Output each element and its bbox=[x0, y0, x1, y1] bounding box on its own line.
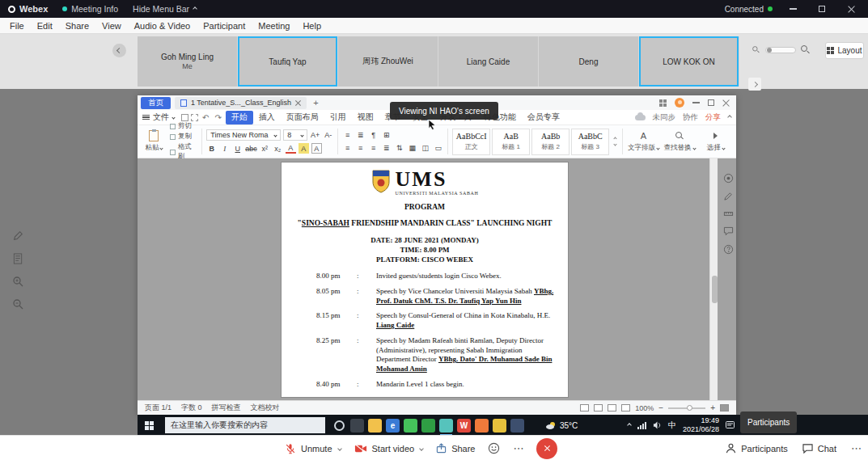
taskbar-app-green-app[interactable] bbox=[421, 419, 435, 433]
view-mode-icon[interactable] bbox=[608, 404, 616, 411]
paragraph-button[interactable]: ≡ bbox=[355, 143, 366, 154]
collaborate-label[interactable]: 协作 bbox=[683, 112, 698, 123]
filmstrip-collapse-button[interactable] bbox=[748, 78, 761, 91]
zoom-in-icon[interactable] bbox=[10, 273, 26, 289]
style-preset[interactable]: AaBbC标题 3 bbox=[571, 129, 609, 155]
close-button[interactable] bbox=[842, 2, 860, 16]
paragraph-button[interactable]: ⇅ bbox=[394, 143, 404, 154]
ribbon-tab[interactable]: 页面布局 bbox=[281, 111, 324, 124]
ribbon-tab[interactable]: 引用 bbox=[324, 111, 352, 124]
zoom-slider-knob[interactable] bbox=[687, 405, 692, 411]
paragraph-button[interactable]: ▦ bbox=[407, 143, 417, 154]
tray-expand-icon[interactable] bbox=[627, 423, 632, 428]
video-tile[interactable]: 周玮 ZhouWei bbox=[338, 36, 438, 87]
view-mode-icon[interactable] bbox=[594, 404, 603, 411]
format-button[interactable]: x² bbox=[260, 143, 270, 154]
find-replace-button[interactable]: 查找替换 bbox=[663, 127, 697, 156]
apps-grid-icon[interactable] bbox=[659, 99, 667, 107]
volume-icon[interactable] bbox=[653, 421, 662, 429]
wps-minimize-icon[interactable] bbox=[692, 102, 700, 103]
wps-account-avatar[interactable] bbox=[675, 98, 684, 108]
reactions-button[interactable] bbox=[488, 442, 500, 454]
taskbar-weather[interactable]: 35°C bbox=[545, 421, 578, 430]
ime-indicator[interactable]: 中 bbox=[668, 420, 676, 431]
taskbar-app-edge[interactable]: e bbox=[386, 419, 400, 433]
format-button[interactable]: abc bbox=[245, 143, 257, 154]
font-size-button[interactable]: A- bbox=[323, 130, 333, 141]
pen-tool-icon[interactable] bbox=[723, 191, 734, 201]
chevron-down-icon[interactable] bbox=[337, 446, 342, 451]
menubar-item[interactable]: Edit bbox=[31, 21, 59, 31]
zoom-out-button[interactable]: − bbox=[658, 403, 663, 412]
view-mode-icon[interactable] bbox=[621, 404, 630, 411]
font-size-button[interactable]: A+ bbox=[310, 130, 320, 141]
status-proofread[interactable]: 文档校对 bbox=[251, 403, 280, 413]
taskbar-app-yellow-app[interactable] bbox=[493, 419, 506, 433]
taskbar-app-blue-dark-app[interactable] bbox=[510, 419, 524, 433]
taskbar-app-active-app[interactable] bbox=[439, 419, 453, 433]
redo-icon[interactable]: ↷ bbox=[213, 113, 222, 122]
format-button[interactable]: A bbox=[286, 143, 296, 154]
unmute-button[interactable]: Unmute bbox=[285, 443, 341, 454]
taskbar-app-file-explorer[interactable] bbox=[368, 419, 382, 433]
taskbar-clock[interactable]: 19:49 2021/06/28 bbox=[683, 416, 719, 434]
start-button[interactable] bbox=[138, 415, 160, 436]
document-page[interactable]: UMS UNIVERSITI MALAYSIA SABAH PROGRAM "S… bbox=[281, 162, 569, 398]
select-button[interactable]: 选择 bbox=[699, 127, 732, 156]
view-mode-icon[interactable] bbox=[580, 404, 589, 411]
status-zoom-slider[interactable] bbox=[668, 407, 705, 409]
zoom-level[interactable]: 100% bbox=[635, 404, 654, 412]
taskbar-app-cortana[interactable] bbox=[334, 420, 345, 431]
zoom-in-button[interactable]: + bbox=[710, 403, 715, 412]
print-icon[interactable] bbox=[191, 114, 198, 121]
taskbar-app-task-view[interactable] bbox=[350, 419, 364, 433]
scrollbar-thumb[interactable] bbox=[712, 276, 718, 303]
close-tab-icon[interactable] bbox=[295, 100, 301, 106]
more-panels-button[interactable]: ⋯ bbox=[851, 442, 862, 454]
menubar-item[interactable]: View bbox=[95, 21, 128, 31]
format-button[interactable]: B bbox=[206, 143, 217, 154]
undo-icon[interactable]: ↶ bbox=[201, 113, 210, 122]
taskbar-app-wechat[interactable] bbox=[404, 419, 417, 433]
notes-page-icon[interactable] bbox=[10, 251, 26, 267]
menubar-item[interactable]: Help bbox=[296, 21, 328, 31]
zoom-knob[interactable] bbox=[767, 48, 772, 53]
menubar-item[interactable]: Meeting bbox=[252, 21, 296, 31]
ribbon-tab[interactable]: 插入 bbox=[253, 111, 281, 124]
maximize-button[interactable] bbox=[813, 2, 831, 16]
font-size-select[interactable]: 8 bbox=[283, 129, 307, 141]
menubar-item[interactable]: Participant bbox=[197, 21, 252, 31]
network-icon[interactable] bbox=[637, 422, 646, 429]
ribbon-tab[interactable]: 开始 bbox=[226, 111, 253, 124]
taskbar-app-wps[interactable]: W bbox=[457, 419, 471, 433]
minimize-button[interactable] bbox=[784, 2, 802, 16]
save-icon[interactable] bbox=[181, 114, 188, 121]
paragraph-button[interactable]: ≡ bbox=[342, 143, 353, 154]
cut-button[interactable]: 剪切 bbox=[170, 121, 197, 131]
gallery-up-icon[interactable] bbox=[614, 137, 617, 140]
wps-close-icon[interactable] bbox=[722, 99, 730, 107]
annotate-pen-icon[interactable] bbox=[10, 228, 26, 244]
paragraph-button[interactable]: ≡ bbox=[368, 143, 379, 154]
comment-tool-icon[interactable] bbox=[723, 226, 734, 237]
zoom-out-icon[interactable] bbox=[752, 46, 760, 53]
video-tile[interactable]: Deng bbox=[539, 36, 639, 87]
zoom-out-icon[interactable] bbox=[10, 296, 26, 312]
style-preset[interactable]: AaB标题 1 bbox=[492, 129, 530, 155]
paragraph-button[interactable]: ¶ bbox=[368, 130, 379, 141]
ribbon-tab[interactable]: 会员专享 bbox=[522, 111, 565, 124]
copy-button[interactable]: 复制 bbox=[170, 132, 197, 141]
ruler-tool-icon[interactable] bbox=[723, 209, 734, 219]
status-word-count[interactable]: 字数 0 bbox=[181, 403, 202, 413]
taskbar-app-firefox[interactable] bbox=[475, 419, 489, 433]
menubar-item[interactable]: Audio & Video bbox=[128, 21, 197, 31]
format-button[interactable]: I bbox=[219, 143, 230, 154]
wps-home-tab[interactable]: 首页 bbox=[141, 97, 171, 109]
collapse-ribbon-icon[interactable] bbox=[727, 115, 732, 120]
help-tool-icon[interactable] bbox=[723, 244, 734, 255]
cloud-sync-label[interactable]: 未同步 bbox=[653, 112, 676, 123]
new-tab-button[interactable]: + bbox=[311, 98, 321, 108]
chevron-down-icon[interactable] bbox=[419, 446, 424, 451]
paragraph-button[interactable]: ≣ bbox=[355, 130, 366, 141]
share-button[interactable]: Share bbox=[436, 443, 475, 454]
